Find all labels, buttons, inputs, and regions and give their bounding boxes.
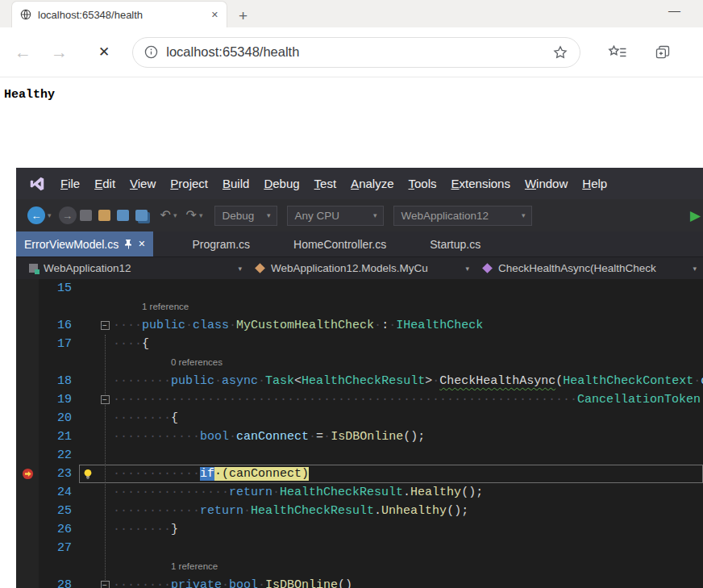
breakpoint-margin[interactable] bbox=[16, 316, 39, 335]
menu-view[interactable]: View bbox=[123, 177, 163, 190]
codelens-text[interactable]: 1 reference bbox=[113, 298, 703, 316]
breakpoint-margin[interactable] bbox=[16, 483, 39, 502]
pin-icon[interactable] bbox=[124, 239, 132, 249]
codelens-text[interactable]: 0 references bbox=[113, 353, 703, 372]
startup-project-dropdown[interactable]: WebApplication12 ▾ bbox=[393, 206, 532, 226]
back-icon[interactable]: ← bbox=[15, 44, 31, 60]
breakpoint-margin[interactable] bbox=[16, 427, 39, 446]
breakpoint-margin[interactable] bbox=[16, 576, 39, 588]
code-row[interactable]: 16−····public·class·MyCustomHealthCheck·… bbox=[16, 316, 703, 335]
code-row[interactable]: 20········{ bbox=[16, 409, 703, 427]
platform-dropdown[interactable]: Any CPU ▾ bbox=[287, 206, 384, 226]
breakpoint-margin[interactable] bbox=[16, 390, 39, 409]
fold-column[interactable]: − bbox=[97, 316, 113, 335]
tab-label: Startup.cs bbox=[430, 238, 480, 251]
editor-tab[interactable]: ErrorViewModel.cs✕ bbox=[16, 231, 153, 256]
menu-file[interactable]: File bbox=[53, 177, 87, 190]
codelens-row[interactable]: 0 references bbox=[16, 353, 703, 372]
favorite-star-icon[interactable] bbox=[552, 44, 568, 60]
code-editor[interactable]: 151 reference16−····public·class·MyCusto… bbox=[16, 279, 703, 588]
breakpoint-margin[interactable] bbox=[16, 279, 39, 298]
breakpoint-margin[interactable] bbox=[16, 465, 39, 483]
save-all-icon[interactable] bbox=[135, 210, 148, 221]
tab-close-icon[interactable]: ✕ bbox=[211, 10, 218, 20]
menu-test[interactable]: Test bbox=[307, 177, 344, 190]
menu-build[interactable]: Build bbox=[215, 177, 256, 190]
open-folder-icon[interactable] bbox=[98, 210, 110, 221]
editor-tab[interactable]: Program.cs bbox=[187, 231, 255, 256]
breakpoint-margin[interactable] bbox=[16, 372, 39, 390]
chevron-down-icon[interactable]: ▾ bbox=[48, 211, 52, 219]
new-tab-button[interactable]: + bbox=[239, 8, 248, 23]
menu-project[interactable]: Project bbox=[163, 177, 215, 190]
fold-column bbox=[97, 409, 113, 427]
lightbulb-icon[interactable] bbox=[82, 468, 94, 481]
current-breakpoint-icon[interactable] bbox=[22, 468, 34, 480]
code-text bbox=[113, 279, 703, 298]
code-row[interactable]: 24················return·HealthCheckResu… bbox=[16, 483, 703, 502]
new-project-icon[interactable] bbox=[80, 210, 92, 221]
code-row[interactable]: 18········public·async·Task<HealthCheckR… bbox=[16, 372, 703, 390]
code-row[interactable]: 23············if·(canConnect) bbox=[16, 465, 703, 483]
codelens-text[interactable]: 1 reference bbox=[113, 557, 703, 576]
configuration-dropdown[interactable]: Debug ▾ bbox=[214, 206, 277, 226]
menu-edit[interactable]: Edit bbox=[87, 177, 123, 190]
menu-debug[interactable]: Debug bbox=[256, 177, 306, 190]
breakpoint-margin[interactable] bbox=[16, 409, 39, 427]
bulb-column bbox=[79, 539, 97, 557]
menu-tools[interactable]: Tools bbox=[401, 177, 443, 190]
browser-tab[interactable]: localhost:65348/health ✕ bbox=[11, 1, 227, 27]
code-row[interactable]: 15 bbox=[16, 279, 703, 298]
menu-extensions[interactable]: Extensions bbox=[444, 177, 518, 190]
collapse-icon[interactable]: − bbox=[101, 321, 110, 330]
breakpoint-margin[interactable] bbox=[16, 335, 39, 353]
tab-close-icon[interactable]: ✕ bbox=[138, 239, 145, 249]
collections-icon[interactable] bbox=[655, 44, 671, 60]
menu-window[interactable]: Window bbox=[518, 177, 575, 190]
navbar-dropdown[interactable]: CheckHealthAsync(HealthCheck▾ bbox=[476, 257, 703, 279]
collapse-icon[interactable]: − bbox=[101, 581, 110, 588]
breakpoint-margin[interactable] bbox=[16, 353, 39, 372]
collapse-icon[interactable]: − bbox=[101, 395, 110, 404]
code-row[interactable]: 21············bool·canConnect·=·IsDBOnli… bbox=[16, 427, 703, 446]
codelens-row[interactable]: 1 reference bbox=[16, 557, 703, 576]
window-minimize-button[interactable]: — bbox=[668, 3, 680, 17]
fold-column[interactable]: − bbox=[97, 390, 113, 409]
breakpoint-margin[interactable] bbox=[16, 298, 39, 316]
chevron-down-icon[interactable]: ▾ bbox=[199, 211, 203, 219]
breakpoint-margin[interactable] bbox=[16, 446, 39, 465]
fold-column[interactable]: − bbox=[97, 576, 113, 588]
navigate-back-icon[interactable]: ← bbox=[27, 206, 45, 224]
chevron-down-icon[interactable]: ▾ bbox=[173, 211, 177, 219]
editor-tab[interactable]: HomeController.cs bbox=[289, 231, 391, 256]
undo-icon[interactable]: ↶ bbox=[160, 209, 171, 222]
menu-help[interactable]: Help bbox=[575, 177, 614, 190]
favorites-bar-icon[interactable] bbox=[608, 44, 627, 60]
code-row[interactable]: 28−········private·bool·IsDBOnline() bbox=[16, 576, 703, 588]
navbar-dropdown[interactable]: WebApplication12▾ bbox=[23, 257, 248, 279]
navbar-dropdown[interactable]: WebApplication12.Models.MyCu▾ bbox=[248, 257, 476, 279]
code-row[interactable]: 17····{ bbox=[16, 335, 703, 353]
code-row[interactable]: 25············return·HealthCheckResult.U… bbox=[16, 502, 703, 520]
breakpoint-margin[interactable] bbox=[16, 502, 39, 520]
menu-analyze[interactable]: Analyze bbox=[343, 177, 401, 190]
line-number: 15 bbox=[39, 279, 79, 298]
forward-icon[interactable]: → bbox=[51, 44, 68, 60]
breakpoint-margin[interactable] bbox=[16, 539, 39, 557]
stop-loading-icon[interactable]: ✕ bbox=[98, 44, 110, 60]
editor-tab[interactable]: Startup.cs bbox=[425, 231, 485, 256]
code-row[interactable]: 27 bbox=[16, 539, 703, 557]
redo-icon[interactable]: ↷ bbox=[185, 209, 196, 222]
site-info-icon[interactable] bbox=[144, 45, 158, 59]
codelens-row[interactable]: 1 reference bbox=[16, 298, 703, 316]
start-debugging-icon[interactable]: ▶ bbox=[690, 207, 701, 224]
breakpoint-margin[interactable] bbox=[16, 557, 39, 576]
url-text[interactable]: localhost:65348/health bbox=[166, 44, 544, 60]
code-row[interactable]: 26········} bbox=[16, 520, 703, 539]
breakpoint-margin[interactable] bbox=[16, 520, 39, 539]
code-row[interactable]: 22 bbox=[16, 446, 703, 465]
navigate-forward-icon[interactable]: → bbox=[59, 206, 77, 224]
address-bar[interactable]: localhost:65348/health bbox=[132, 37, 580, 68]
code-row[interactable]: 19−·····································… bbox=[16, 390, 703, 409]
save-icon[interactable] bbox=[117, 210, 129, 221]
